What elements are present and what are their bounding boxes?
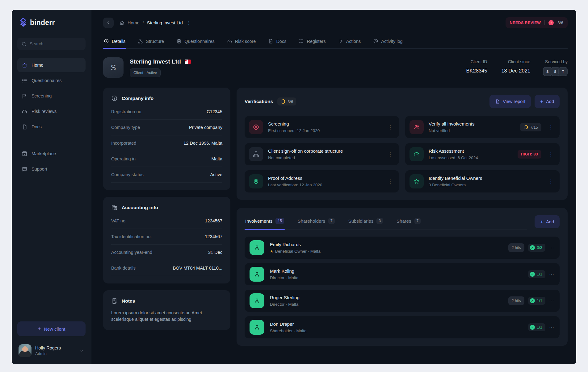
person-row-mark-koling[interactable]: Mark Koling Director · Malta ✓ 1/1 ⋯ — [245, 263, 560, 285]
tile-title: Risk Assessment — [429, 148, 513, 154]
sidebar-item-screening[interactable]: Screening — [17, 89, 86, 103]
tile-menu-icon[interactable]: ⋮ — [386, 124, 395, 130]
row-menu-icon[interactable]: ⋯ — [549, 324, 555, 330]
tab-details[interactable]: Details — [103, 37, 126, 48]
verifications-grid: Screening First screened: 12 Jan 2020 ⋮ — [245, 116, 560, 192]
tab-actions[interactable]: Actions — [338, 37, 362, 48]
info-icon — [104, 39, 109, 44]
plus-icon: + — [540, 99, 543, 104]
info-row: Company type Private company — [111, 120, 222, 135]
sidebar-item-support[interactable]: Support — [17, 162, 86, 176]
client-status-badge: Client · Active — [130, 68, 161, 77]
user-menu[interactable]: Holly Rogers Admin — [17, 344, 86, 357]
tab-involvements[interactable]: Involvements 15 — [245, 215, 285, 229]
add-verification-button[interactable]: + Add — [535, 95, 560, 108]
person-role: Shareholder · Malta — [270, 329, 307, 333]
tab-label: Shares — [397, 218, 411, 224]
view-report-button[interactable]: View report — [489, 95, 531, 108]
malta-flag-icon — [185, 60, 191, 64]
sidebar-item-home[interactable]: Home — [17, 58, 86, 72]
client-meta: Client ID BK28345 Client since 18 Dec 20… — [466, 59, 568, 76]
person-row-emily-richards[interactable]: Emily Richards ★ Beneficial Owner · Malt… — [245, 237, 560, 259]
tile-menu-icon[interactable]: ⋮ — [546, 151, 555, 158]
user-avatar — [19, 344, 32, 357]
verified-badge: ✓ 1/1 — [528, 270, 545, 278]
search-input[interactable]: Search — [17, 38, 86, 50]
risk-level-badge: HIGH: 83 — [518, 150, 541, 159]
tab-label: Details — [112, 39, 125, 44]
tile-menu-icon[interactable]: ⋮ — [546, 124, 555, 130]
tab-structure[interactable]: Structure — [137, 37, 165, 48]
page-tabs: Details Structure Questionnaires Risk sc… — [103, 37, 568, 49]
registers-list-icon — [299, 39, 304, 44]
row-value: Active — [210, 172, 223, 177]
tab-shareholders[interactable]: Shareholders 7 — [297, 215, 335, 229]
verification-tile-signoff: Client sign-off on corporate structure N… — [245, 143, 399, 165]
tile-menu-icon[interactable]: ⋮ — [386, 151, 395, 158]
serviced-avatar[interactable]: T — [558, 67, 568, 76]
progress-ring-icon — [280, 99, 285, 104]
people-icon — [410, 120, 424, 134]
tile-menu-icon[interactable]: ⋮ — [546, 178, 555, 185]
main-content: Home / Sterling Invest Ltd ⋮ NEEDS REVIE… — [91, 10, 576, 364]
involvements-list: Emily Richards ★ Beneficial Owner · Malt… — [245, 237, 560, 338]
info-row: Bank details BOV MT84 MALT 0110... — [111, 260, 222, 276]
top-bar: Home / Sterling Invest Ltd ⋮ NEEDS REVIE… — [103, 17, 568, 28]
tab-docs[interactable]: Docs — [267, 37, 287, 48]
status-count: 3/6 — [557, 20, 563, 25]
sidebar-item-questionnaires[interactable]: Questionnaires — [17, 73, 86, 88]
tab-count-badge: 3 — [376, 218, 383, 224]
person-row-don-draper[interactable]: Don Draper Shareholder · Malta ✓ 1/1 ⋯ — [245, 316, 560, 338]
new-client-button[interactable]: + New client — [17, 321, 86, 336]
verified-count: 1/1 — [537, 325, 542, 329]
row-value: 31 Dec — [208, 250, 222, 255]
back-button[interactable] — [103, 18, 114, 28]
notes-text: Lorem ipsum dolor sit amet consectetur. … — [111, 310, 222, 323]
row-menu-icon[interactable]: ⋯ — [549, 245, 555, 251]
add-label: Add — [546, 219, 554, 224]
tab-subsidiaries[interactable]: Subsidiaries 3 — [348, 215, 384, 229]
person-avatar-icon — [250, 320, 264, 335]
row-menu-icon[interactable]: ⋯ — [549, 271, 555, 277]
breadcrumb-separator: / — [143, 20, 144, 25]
breadcrumb-current: Sterling Invest Ltd — [147, 20, 183, 25]
document-icon — [22, 124, 27, 130]
person-role: Director · Malta — [270, 275, 298, 280]
add-involvement-button[interactable]: + Add — [535, 215, 560, 228]
serviced-by-block: Serviced by S S T — [544, 59, 568, 76]
verified-badge: ✓ 3/3 — [528, 244, 545, 252]
breadcrumb: Home / Sterling Invest Ltd ⋮ — [119, 20, 191, 26]
card-title: Company info — [122, 96, 153, 101]
tab-activity-log[interactable]: Activity log — [372, 37, 403, 48]
verification-tile-involvements: Verify all involvements Not verified 7/1… — [405, 116, 560, 138]
new-client-label: New client — [44, 326, 65, 332]
home-icon — [22, 62, 27, 68]
gauge-icon — [227, 39, 232, 44]
sidebar-item-marketplace[interactable]: Marketplace — [17, 147, 86, 161]
row-menu-icon[interactable]: ⋯ — [549, 298, 555, 304]
row-value: Malta — [212, 156, 222, 161]
sidebar-item-label: Docs — [32, 124, 42, 129]
tab-registers[interactable]: Registers — [298, 37, 326, 48]
person-name: Don Draper — [270, 321, 523, 327]
sidebar-item-docs[interactable]: Docs — [17, 120, 86, 134]
tab-risk-score[interactable]: Risk score — [226, 37, 257, 48]
sidebar-item-risk-reviews[interactable]: Risk reviews — [17, 104, 86, 118]
tab-label: Involvements — [245, 218, 272, 224]
tile-menu-icon[interactable]: ⋮ — [386, 178, 395, 185]
tile-title: Verify all involvements — [429, 121, 515, 126]
play-icon — [338, 39, 343, 44]
tab-questionnaires[interactable]: Questionnaires — [176, 37, 215, 48]
breadcrumb-home[interactable]: Home — [128, 20, 140, 25]
breadcrumb-menu-icon[interactable]: ⋮ — [187, 20, 191, 26]
person-row-roger-sterling[interactable]: Roger Sterling Director · Malta 2 hits ✓… — [245, 290, 560, 312]
tab-label: Registers — [307, 39, 326, 44]
row-label: Company status — [111, 172, 144, 177]
row-label: Registration no. — [111, 109, 143, 114]
meta-value: BK28345 — [466, 68, 487, 74]
progress-count: 7/15 — [530, 125, 538, 130]
tile-subtitle: Not verified — [429, 128, 515, 133]
plus-icon: + — [38, 326, 41, 332]
tab-label: Actions — [346, 39, 361, 44]
tab-shares[interactable]: Shares 7 — [396, 215, 421, 229]
